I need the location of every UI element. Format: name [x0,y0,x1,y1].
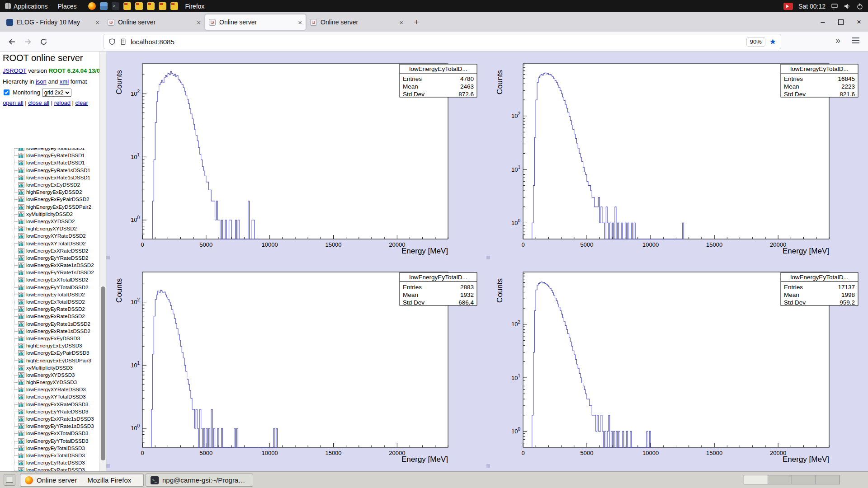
power-icon[interactable] [856,3,863,10]
tree-item[interactable]: lowEnergyEyTotalDSSD1 [0,148,99,152]
tree-item[interactable]: lowEnergyXYTotalDSSD2 [0,239,99,247]
volume-icon[interactable] [844,3,851,10]
histogram-canvas[interactable]: 05000100001500020000100101102CountsEnerg… [487,52,868,260]
workspace-1[interactable] [744,475,768,484]
input-source-icon[interactable] [831,3,838,10]
url-text[interactable]: localhost:8085 [131,38,175,46]
tree-item[interactable]: lowEnergyEyYTotalDSSD3 [0,437,99,445]
places-menu[interactable]: Places [53,0,82,12]
tree-item[interactable]: highEnergyExEyDSSD3 [0,342,99,349]
tree-item[interactable]: lowEnergyEyYRateDSSD3 [0,408,99,415]
zoom-indicator[interactable]: 90% [746,37,765,47]
clock[interactable]: Sat 00:12 [798,3,826,10]
taskbar-button-terminal[interactable]: >_ npg@carme-gsi:~/Programs/CARME... [146,474,253,487]
tree-item[interactable]: lowEnergyEyRateDSSD3 [0,459,99,466]
histogram-pad-top-right[interactable]: 05000100001500020000100101102CountsEnerg… [487,52,868,260]
stats-box[interactable]: lowEnergyEyTotalD...Entries4780Mean2463S… [400,64,477,98]
tree-item[interactable]: lowEnergyExXTotalDSSD2 [0,276,99,283]
close-all-link[interactable]: close all [28,99,49,106]
tree-item[interactable]: lowEnergyExRate1sDSSD1 [0,174,99,181]
tree-item[interactable]: lowEnergyEyRateDSSD2 [0,305,99,313]
app-launcher-icon-1[interactable] [123,2,131,10]
tree-item[interactable]: lowEnergyExRateDSSD1 [0,159,99,166]
tree-item[interactable]: highEnergyExEyDSSD2 [0,188,99,196]
tree-item[interactable]: lowEnergyExXTotalDSSD3 [0,430,99,437]
tree-item[interactable]: lowEnergyEyRateDSSD1 [0,152,99,159]
pad-resize-marker[interactable] [486,464,490,468]
tree-item[interactable]: xyMultiplicityDSSD2 [0,211,99,218]
tab-elog[interactable]: ELOG - Friday 10 May × [3,14,103,30]
minimize-button[interactable]: – [814,12,832,32]
tree-item[interactable]: lowEnergyExTotalDSSD3 [0,452,99,459]
tree-item[interactable]: lowEnergyEyYTotalDSSD2 [0,284,99,291]
notification-icon[interactable] [783,3,793,10]
active-app-label[interactable]: Firefox [185,3,205,10]
json-link[interactable]: json [36,78,47,85]
tree-item[interactable]: highEnergyExEyDSSDPair2 [0,203,99,211]
histogram-pad-bottom-left[interactable]: 05000100001500020000100101102CountsEnerg… [106,260,487,469]
clear-link[interactable]: clear [75,99,88,106]
app-launcher-icon-5[interactable] [170,2,178,10]
tree-item[interactable]: highEnergyExEyDSSDPair3 [0,357,99,364]
tree-item[interactable]: lowEnergyEyYRateDSSD2 [0,254,99,262]
stats-box[interactable]: lowEnergyEyTotalD...Entries2883Mean1932S… [400,272,477,306]
tab-close-icon[interactable]: × [197,19,201,26]
tree-item[interactable]: lowEnergyExXRate1sDSSD3 [0,415,99,422]
taskbar-button-firefox[interactable]: Online server — Mozilla Firefox [20,474,144,487]
app-launcher-icon-3[interactable] [147,2,155,10]
pad-resize-marker[interactable] [486,256,490,259]
histogram-canvas[interactable]: 05000100001500020000100101102CountsEnerg… [106,52,487,260]
histogram-pad-top-left[interactable]: 05000100001500020000100101102CountsEnerg… [106,52,487,260]
shield-icon[interactable] [108,38,116,46]
app-launcher-icon-4[interactable] [159,2,166,10]
histogram-canvas[interactable]: 05000100001500020000100101102CountsEnerg… [487,260,868,469]
tree-item[interactable]: lowEnergyExXRateDSSD3 [0,401,99,408]
tree-item[interactable]: lowEnergyExXRate1sDSSD2 [0,262,99,269]
tree-item[interactable]: lowEnergyEyRate1sDSSD2 [0,320,99,328]
new-tab-button[interactable]: + [409,15,424,29]
jsroot-link[interactable]: JSROOT [3,67,27,74]
files-launcher-icon[interactable] [100,2,108,10]
xml-link[interactable]: xml [60,78,69,85]
tree-item[interactable]: lowEnergyXYTotalDSSD3 [0,393,99,400]
tree-item[interactable]: lowEnergyEyYRate1sDSSD3 [0,422,99,430]
tree-item[interactable]: highEnergyXYDSSD2 [0,225,99,232]
histogram-pad-bottom-right[interactable]: 05000100001500020000100101102CountsEnerg… [487,260,868,469]
tree-item[interactable]: lowEnergyEyTotalDSSD3 [0,445,99,452]
tree-item[interactable]: lowEnergyExRateDSSD3 [0,466,99,471]
tab-close-icon[interactable]: × [95,19,99,26]
tree-item[interactable]: xyMultiplicityDSSD3 [0,364,99,371]
close-button[interactable]: × [850,12,868,32]
applications-menu[interactable]: Applications [0,0,53,12]
maximize-button[interactable] [832,12,850,32]
pad-resize-marker[interactable] [106,464,110,468]
tree-item[interactable]: lowEnergyExXRateDSSD2 [0,247,99,254]
tree-item[interactable]: lowEnergyXYRateDSSD3 [0,386,99,393]
tree-item[interactable]: lowEnergyExRateDSSD2 [0,313,99,320]
reload-button[interactable] [36,34,51,49]
tree-item[interactable]: lowEnergyEyRate1sDSSD1 [0,167,99,174]
pad-resize-marker[interactable] [106,256,110,259]
tree-item[interactable]: lowEnergyXYDSSD2 [0,218,99,225]
tree-item[interactable]: lowEnergyExTotalDSSD2 [0,298,99,305]
page-info-icon[interactable] [120,38,127,46]
firefox-launcher-icon[interactable] [88,2,96,10]
scrollbar-thumb[interactable] [101,286,105,460]
grid-layout-select[interactable]: grid 2x2 [42,89,71,97]
tab-online-server-1[interactable]: Online server × [104,14,204,30]
tab-close-icon[interactable]: × [399,19,403,26]
app-launcher-icon-2[interactable] [135,2,143,10]
tree-item[interactable]: lowEnergyXYDSSD3 [0,371,99,379]
tree-item[interactable]: lowEnergyExEyPairDSSD3 [0,349,99,357]
overflow-menu-icon[interactable]: » [835,35,840,46]
url-bar[interactable]: localhost:8085 90% ★ [104,34,781,49]
tree-item[interactable]: lowEnergyExEyPairDSSD2 [0,196,99,203]
back-button[interactable] [5,34,19,49]
tree-item[interactable]: lowEnergyExEyDSSD2 [0,181,99,188]
tree-item[interactable]: lowEnergyXYRateDSSD2 [0,232,99,239]
monitoring-checkbox[interactable] [4,89,9,95]
show-desktop-button[interactable] [4,474,15,486]
workspace-2[interactable] [768,475,792,484]
workspace-4[interactable] [816,475,840,484]
histogram-canvas[interactable]: 05000100001500020000100101102CountsEnerg… [106,260,487,469]
